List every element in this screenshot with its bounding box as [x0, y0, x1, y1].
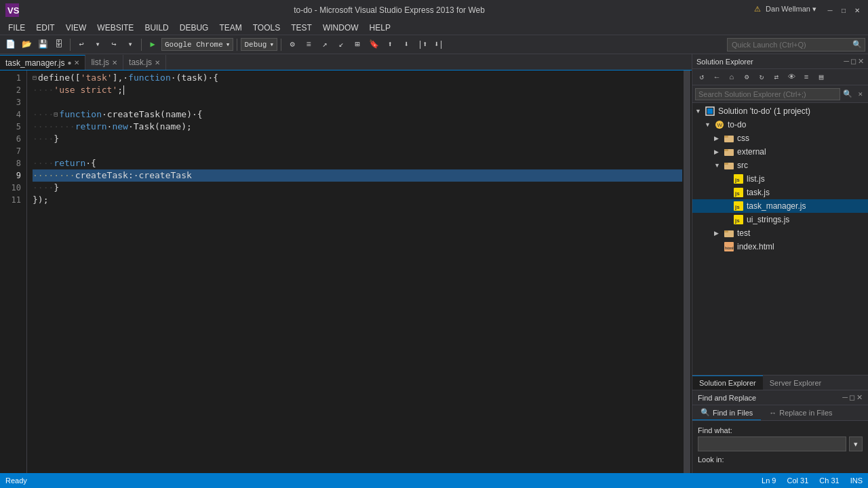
mode-dropdown[interactable]: Debug ▾ [241, 38, 277, 51]
menu-test[interactable]: TEST [285, 22, 317, 34]
se-home-btn[interactable]: ⌂ [725, 70, 738, 84]
menu-view[interactable]: VIEW [60, 22, 92, 34]
tree-index-html[interactable]: html index.html [692, 240, 868, 253]
se-back-btn[interactable]: ← [710, 70, 724, 84]
tb-btn-5[interactable]: ⚙ [285, 37, 300, 52]
se-popout-btn[interactable]: ◻ [850, 57, 856, 66]
collapse-4[interactable]: ⊟ [54, 108, 58, 121]
fr-popout-btn[interactable]: ◻ [849, 393, 855, 402]
arrow-src: ▼ [714, 162, 724, 169]
tree-test[interactable]: ▶ test [692, 226, 868, 240]
menu-team[interactable]: TEAM [214, 22, 247, 34]
tree-src[interactable]: ▼ src [692, 159, 868, 172]
toolbar-sep-3 [237, 39, 237, 51]
redo-btn[interactable]: ↪ [106, 37, 121, 52]
vertical-scrollbar[interactable] [682, 70, 692, 473]
test-folder-icon [724, 228, 734, 239]
redo-drop-btn[interactable]: ▾ [123, 37, 138, 52]
fr-find-input[interactable] [698, 436, 846, 451]
css-folder-icon [724, 133, 734, 144]
save-btn[interactable]: 💾 [35, 37, 50, 52]
tree-task-js[interactable]: js task.js [692, 186, 868, 199]
menu-edit[interactable]: EDIT [31, 22, 60, 34]
tab-task-manager[interactable]: task_manager.js ● ✕ [0, 55, 85, 70]
open-btn[interactable]: 📂 [19, 37, 34, 52]
tab-task-manager-close[interactable]: ✕ [74, 59, 79, 66]
debug-target-dropdown[interactable]: Google Chrome ▾ [161, 38, 233, 51]
minimize-button[interactable]: ─ [825, 5, 835, 16]
tb-btn-9[interactable]: ⊞ [350, 37, 365, 52]
menu-file[interactable]: FILE [3, 22, 31, 34]
menu-website[interactable]: WEBSITE [92, 22, 139, 34]
tb-btn-8[interactable]: ↙ [334, 37, 349, 52]
menu-help[interactable]: HELP [364, 22, 396, 34]
code-line-6: ····} [33, 133, 682, 145]
fr-pin-btn[interactable]: ─ [842, 393, 848, 402]
se-refresh2-btn[interactable]: ↻ [755, 70, 768, 84]
tree-solution[interactable]: ▼ Solution 'to-do' (1 project) [692, 104, 868, 118]
tree-ui-strings[interactable]: js ui_strings.js [692, 213, 868, 226]
se-pin-btn[interactable]: ─ [844, 57, 849, 66]
tree-list-js-label: list.js [747, 174, 765, 184]
se-sync-btn[interactable]: ⇄ [770, 70, 783, 84]
debug-target-arrow: ▾ [226, 40, 231, 49]
undo-drop-btn[interactable]: ▾ [90, 37, 105, 52]
tab-list-js-close[interactable]: ✕ [112, 59, 117, 66]
save-all-btn[interactable]: 🗄 [52, 37, 66, 52]
start-btn[interactable]: ▶ [145, 37, 160, 52]
tree-css[interactable]: ▶ css [692, 131, 868, 145]
tree-task-manager-js[interactable]: js task_manager.js [692, 199, 868, 213]
tab-list-js[interactable]: list.js ✕ [85, 55, 123, 70]
menu-tools[interactable]: TOOLS [248, 22, 285, 34]
menu-window[interactable]: WINDOW [317, 22, 364, 34]
tree-list-js[interactable]: js list.js [692, 172, 868, 186]
status-left: Ready [5, 476, 27, 485]
code-line-4: ····⊟function·createTask(name)·{ [33, 108, 682, 121]
se-search-input[interactable] [695, 88, 840, 100]
fr-find-options-btn[interactable]: ▾ [849, 436, 863, 451]
tb-btn-12[interactable]: ⬇ [399, 37, 414, 52]
tb-btn-11[interactable]: ⬆ [382, 37, 397, 52]
se-preview-btn[interactable]: ▤ [814, 70, 828, 84]
tb-btn-14[interactable]: ⬇| [431, 37, 446, 52]
tab-task-js-close[interactable]: ✕ [155, 59, 160, 66]
se-close-btn[interactable]: ✕ [858, 57, 864, 66]
tab-task-js[interactable]: task.js ✕ [123, 55, 166, 70]
se-refresh-btn[interactable]: ↺ [695, 70, 709, 84]
menu-debug[interactable]: DEBUG [174, 22, 214, 34]
close-button[interactable]: ✕ [852, 5, 863, 16]
se-search-clear[interactable]: ✕ [855, 89, 865, 98]
se-search-btn[interactable]: 🔍 [840, 89, 855, 98]
tree-external[interactable]: ▶ external [692, 145, 868, 159]
bottom-tab-solution-explorer[interactable]: Solution Explorer [692, 375, 763, 390]
undo-btn[interactable]: ↩ [74, 37, 89, 52]
se-props-btn[interactable]: ≡ [800, 70, 813, 84]
quick-launch-input[interactable] [728, 39, 850, 50]
tb-btn-13[interactable]: |⬆ [415, 37, 430, 52]
external-folder-icon [724, 146, 734, 157]
tree-project[interactable]: ▼ W to-do [692, 118, 868, 131]
svg-rect-7 [724, 136, 728, 138]
new-project-btn[interactable]: 📄 [3, 37, 18, 52]
fr-close-btn[interactable]: ✕ [856, 393, 863, 402]
se-header-title: Solution Explorer [696, 58, 844, 66]
se-settings-btn[interactable]: ⚙ [740, 70, 753, 84]
debug-target-label: Google Chrome [165, 41, 223, 49]
tb-btn-7[interactable]: ↗ [317, 37, 332, 52]
code-editor[interactable]: 1 2 3 4 5 6 7 8 9 10 11 ⊟define(['task']… [0, 70, 692, 473]
menu-build[interactable]: BUILD [139, 22, 174, 34]
se-show-all-btn[interactable]: 👁 [785, 70, 798, 84]
notification-user[interactable]: ⚠ Dan Wellman ▾ [754, 5, 816, 16]
bottom-tab-server-explorer[interactable]: Server Explorer [763, 375, 828, 390]
code-line-8: ····return·{ [33, 157, 682, 169]
code-line-11: }); [33, 194, 682, 206]
fr-tab-find-in-files[interactable]: 🔍 Find in Files [692, 405, 761, 420]
collapse-1[interactable]: ⊟ [33, 72, 37, 84]
tb-btn-10[interactable]: 🔖 [366, 37, 381, 52]
fr-tab-replace-in-files[interactable]: ↔ Replace in Files [761, 405, 840, 420]
quick-launch[interactable]: 🔍 [727, 38, 865, 52]
tb-btn-6[interactable]: ≡ [301, 37, 316, 52]
svg-rect-3 [707, 108, 713, 114]
code-content[interactable]: ⊟define(['task'],·function·(task)·{ ····… [27, 70, 682, 473]
restore-button[interactable]: □ [838, 5, 849, 16]
